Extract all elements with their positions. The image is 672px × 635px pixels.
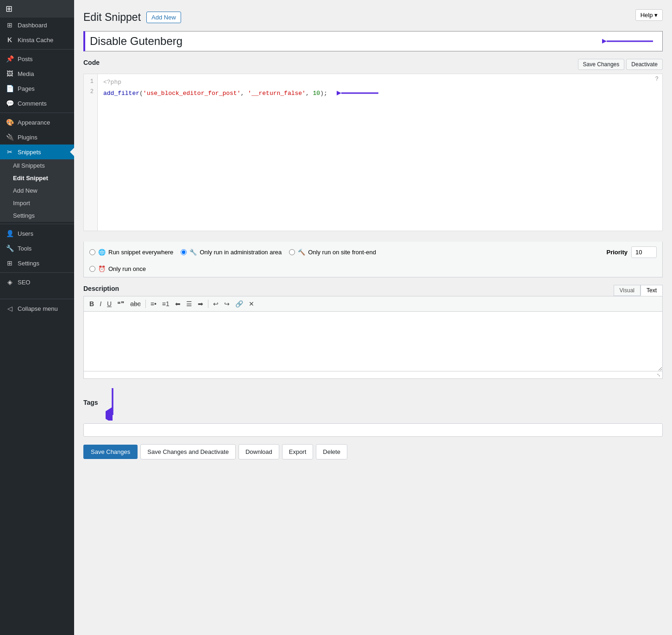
toolbar-align-right[interactable]: ➡ (196, 299, 205, 308)
code-help-icon[interactable]: ? (655, 76, 659, 82)
sidebar-item-media[interactable]: 🖼 Media (0, 66, 74, 81)
paren-close: ); (320, 90, 327, 97)
active-indicator (70, 147, 75, 157)
settings-icon: ⊞ (6, 259, 14, 267)
sidebar-item-pages[interactable]: 📄 Pages (0, 81, 74, 96)
toolbar-blockquote[interactable]: ❝❞ (115, 299, 126, 308)
tags-section: Tags (83, 388, 663, 437)
tools-icon: 🔧 (6, 245, 14, 252)
sidebar-item-posts[interactable]: 📌 Posts (0, 51, 74, 66)
func-name: add_filter (103, 90, 139, 97)
deactivate-button-top[interactable]: Deactivate (626, 59, 663, 70)
tab-visual[interactable]: Visual (614, 285, 641, 296)
editor-toolbar: B I U ❝❞ abc ≡• ≡1 ⬅ ☰ ➡ ↩ ↪ 🔗 ✕ (83, 296, 663, 311)
toolbar-ol[interactable]: ≡1 (160, 299, 171, 308)
save-deactivate-button[interactable]: Save Changes and Deactivate (140, 444, 236, 459)
appearance-icon: 🎨 (6, 119, 14, 126)
tags-down-arrow (106, 388, 119, 421)
sidebar-item-dashboard[interactable]: ⊞ Dashboard (0, 18, 74, 32)
toolbar-italic[interactable]: I (98, 299, 103, 308)
sidebar-item-all-snippets[interactable]: All Snippets (0, 159, 74, 172)
sidebar-item-label: Tools (18, 245, 31, 252)
toolbar-align-center[interactable]: ☰ (184, 299, 194, 308)
run-everywhere-option[interactable]: 🌐 Run snippet everywhere (89, 249, 173, 256)
toolbar-fullscreen[interactable]: ✕ (247, 299, 256, 308)
description-label: Description (83, 285, 119, 292)
globe-icon: 🌐 (98, 249, 106, 256)
collapse-icon: ◁ (6, 305, 14, 312)
sidebar-item-label: Settings (18, 260, 39, 267)
code-header: Code Save Changes Deactivate (83, 59, 663, 70)
code-content: <?php add_filter('use_block_editor_for_p… (98, 74, 662, 231)
sidebar-item-collapse[interactable]: ◁ Collapse menu (0, 301, 74, 316)
toolbar-bold[interactable]: B (88, 299, 96, 308)
sidebar-item-comments[interactable]: 💬 Comments (0, 96, 74, 111)
sidebar-item-seo[interactable]: ◈ SEO (0, 275, 74, 289)
description-editor[interactable] (83, 311, 663, 371)
toolbar-undo[interactable]: ↩ (211, 299, 220, 308)
run-everywhere-radio[interactable] (89, 249, 95, 255)
toolbar-link[interactable]: 🔗 (233, 299, 245, 308)
sidebar-item-plugins[interactable]: 🔌 Plugins (0, 130, 74, 145)
toolbar-align-left[interactable]: ⬅ (173, 299, 182, 308)
toolbar-strikethrough[interactable]: abc (128, 299, 143, 308)
snippet-name-input[interactable] (90, 35, 598, 48)
name-arrow-annotation (602, 34, 658, 48)
sidebar-item-snippets[interactable]: ✂ Snippets (0, 145, 74, 159)
sidebar-item-add-new[interactable]: Add New (0, 184, 74, 197)
code-arrow-annotation (337, 88, 383, 99)
editor-tabs: Visual Text (614, 285, 663, 296)
wp-logo: ⊞ (0, 0, 74, 18)
run-admin-radio[interactable] (181, 249, 187, 255)
sidebar-item-appearance[interactable]: 🎨 Appearance (0, 115, 74, 130)
description-section: Description Visual Text B I U ❝❞ abc ≡• … (83, 285, 663, 379)
code-editor[interactable]: 1 2 <?php add_filter('use_block_editor_f… (83, 74, 663, 231)
toolbar-redo[interactable]: ↪ (222, 299, 232, 308)
run-once-radio[interactable] (89, 266, 95, 272)
hammer-icon: 🔨 (298, 249, 305, 256)
tags-label: Tags (83, 399, 98, 406)
export-button[interactable]: Export (282, 444, 314, 459)
run-frontend-option[interactable]: 🔨 Only run on site front-end (289, 249, 376, 256)
run-admin-label: Only run in administration area (200, 249, 282, 256)
kinsta-icon: K (6, 36, 14, 44)
sidebar-item-tools[interactable]: 🔧 Tools (0, 241, 74, 256)
tab-text[interactable]: Text (641, 285, 663, 296)
run-frontend-label: Only run on site front-end (308, 249, 376, 256)
dashboard-icon: ⊞ (6, 21, 14, 29)
sidebar-item-label: Kinsta Cache (18, 37, 53, 44)
toolbar-underline[interactable]: U (105, 299, 113, 308)
sidebar-item-edit-snippet[interactable]: Edit Snippet (0, 172, 74, 184)
add-new-button[interactable]: Add New (146, 12, 181, 23)
sidebar-item-settings-sub[interactable]: Settings (0, 209, 74, 222)
sidebar-item-settings[interactable]: ⊞ Settings (0, 256, 74, 270)
code-editor-wrapper: 1 2 <?php add_filter('use_block_editor_f… (83, 74, 663, 195)
users-icon: 👤 (6, 230, 14, 237)
delete-button[interactable]: Delete (316, 444, 347, 459)
tags-input[interactable] (83, 423, 663, 437)
all-snippets-label: All Snippets (13, 162, 45, 169)
code-label: Code (83, 59, 100, 66)
bottom-buttons: Save Changes Save Changes and Deactivate… (83, 444, 663, 459)
run-admin-option[interactable]: 🔧 Only run in administration area (181, 249, 282, 256)
save-changes-button-bottom[interactable]: Save Changes (83, 445, 138, 459)
plugins-icon: 🔌 (6, 133, 14, 141)
sidebar-item-users[interactable]: 👤 Users (0, 226, 74, 241)
sidebar-item-label: Media (18, 70, 34, 77)
priority-input[interactable] (631, 246, 657, 258)
run-frontend-radio[interactable] (289, 249, 295, 255)
save-changes-button-top[interactable]: Save Changes (578, 59, 625, 70)
sidebar-item-label: Posts (18, 56, 33, 63)
code-actions: Save Changes Deactivate (578, 59, 663, 70)
toolbar-sep2 (208, 300, 208, 308)
download-button[interactable]: Download (239, 444, 279, 459)
sidebar: ⊞ ⊞ Dashboard K Kinsta Cache 📌 Posts 🖼 M… (0, 0, 74, 635)
snippets-icon: ✂ (6, 148, 14, 156)
run-once-option[interactable]: ⏰ Only run once (89, 265, 657, 272)
toolbar-ul[interactable]: ≡• (149, 299, 158, 308)
sidebar-item-import[interactable]: Import (0, 197, 74, 209)
clock-icon: ⏰ (98, 265, 106, 272)
help-button[interactable]: Help ▾ (635, 9, 663, 21)
php-tag: <?php (103, 77, 657, 88)
sidebar-item-kinsta[interactable]: K Kinsta Cache (0, 32, 74, 47)
